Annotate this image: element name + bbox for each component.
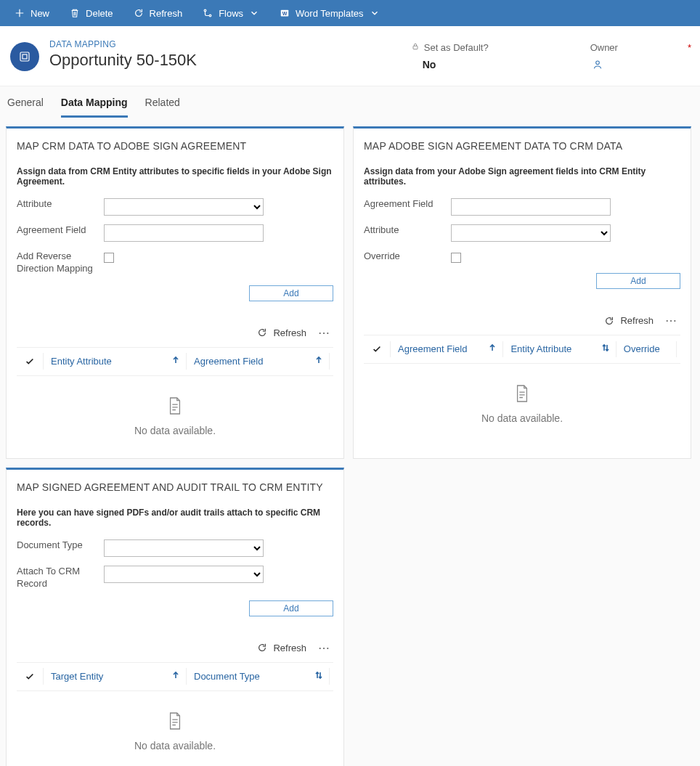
no-data: No data available.	[364, 364, 680, 431]
record-name: Opportunity 50-150K	[49, 51, 197, 70]
attach-to-label: Attach To CRM Record	[17, 566, 97, 590]
card-grid: MAP CRM DATA TO ADOBE SIGN AGREEMENT Ass…	[0, 118, 700, 766]
attach-to-select[interactable]	[104, 566, 264, 583]
attribute-label: Attribute	[364, 224, 444, 237]
add-reverse-label: Add Reverse Direction Mapping	[17, 250, 97, 275]
add-reverse-checkbox[interactable]	[104, 253, 114, 263]
svg-point-0	[204, 9, 206, 12]
grid-columns: Entity Attribute Agreement Field	[17, 347, 333, 376]
select-all-checkbox[interactable]	[364, 344, 390, 354]
override-label: Override	[364, 250, 444, 263]
required-marker: *	[688, 42, 691, 53]
card-attach: MAP SIGNED AGREEMENT AND AUDIT TRAIL TO …	[6, 468, 344, 766]
attribute-select[interactable]	[104, 198, 264, 216]
col-target-entity[interactable]: Target Entity	[43, 668, 186, 685]
tab-related[interactable]: Related	[145, 86, 180, 118]
refresh-icon	[257, 643, 267, 653]
sort-icon	[601, 343, 616, 354]
sort-icon	[314, 671, 329, 682]
sort-asc-icon	[171, 671, 186, 682]
no-data: No data available.	[17, 691, 333, 759]
refresh-icon	[257, 327, 267, 338]
agreement-field-input[interactable]	[451, 198, 611, 216]
new-label: New	[30, 8, 49, 19]
refresh-label: Refresh	[150, 8, 183, 19]
delete-button[interactable]: Delete	[61, 0, 122, 26]
owner-label: Owner *	[590, 42, 691, 53]
card-title: MAP CRM DATA TO ADOBE SIGN AGREEMENT	[17, 140, 333, 152]
card-sign-to-crm: MAP ADOBE SIGN AGREEMENT DATA TO CRM DAT…	[353, 126, 691, 459]
sort-asc-icon	[314, 356, 329, 367]
grid-more-button[interactable]: ⋯	[315, 326, 333, 340]
tab-bar: General Data Mapping Related	[0, 86, 700, 118]
override-checkbox[interactable]	[451, 253, 461, 263]
tab-data-mapping[interactable]: Data Mapping	[61, 86, 128, 118]
svg-point-7	[595, 61, 599, 65]
check-icon	[25, 672, 35, 682]
grid-refresh-button[interactable]: Refresh	[257, 643, 306, 653]
set-as-default-label: Set as Default?	[411, 42, 489, 53]
command-bar: New Delete Refresh Flows W Word Template…	[0, 0, 700, 26]
card-title: MAP SIGNED AGREEMENT AND AUDIT TRAIL TO …	[17, 481, 333, 493]
grid-more-button[interactable]: ⋯	[662, 314, 680, 327]
col-entity-attribute[interactable]: Entity Attribute	[43, 353, 186, 370]
record-header: DATA MAPPING Opportunity 50-150K Set as …	[0, 26, 700, 86]
add-button[interactable]: Add	[596, 273, 680, 289]
plus-icon	[15, 8, 25, 18]
owner-field[interactable]	[590, 53, 691, 73]
trash-icon	[70, 8, 80, 18]
agreement-field-input[interactable]	[104, 224, 264, 242]
agreement-field-label: Agreement Field	[364, 198, 444, 211]
check-icon	[372, 344, 382, 354]
svg-point-1	[209, 15, 211, 17]
word-templates-button[interactable]: W Word Templates	[271, 0, 388, 26]
grid-toolbar: Refresh ⋯	[364, 311, 680, 330]
svg-rect-6	[413, 46, 418, 49]
select-all-checkbox[interactable]	[17, 672, 43, 682]
entity-icon	[10, 42, 39, 71]
document-icon	[17, 396, 333, 417]
document-type-select[interactable]	[104, 539, 264, 557]
grid-refresh-button[interactable]: Refresh	[604, 315, 654, 326]
entity-type-label: DATA MAPPING	[49, 39, 197, 49]
col-document-type[interactable]: Document Type	[186, 668, 329, 685]
card-desc: Here you can have signed PDFs and/or aud…	[17, 508, 333, 528]
card-title: MAP ADOBE SIGN AGREEMENT DATA TO CRM DAT…	[364, 140, 680, 152]
col-entity-attribute[interactable]: Entity Attribute	[502, 341, 615, 358]
flows-button[interactable]: Flows	[194, 0, 268, 26]
person-icon	[592, 59, 603, 70]
no-data: No data available.	[17, 376, 333, 444]
select-all-checkbox[interactable]	[17, 356, 43, 367]
document-icon	[364, 384, 680, 405]
col-agreement-field[interactable]: Agreement Field	[186, 353, 329, 370]
lock-icon	[411, 42, 420, 53]
refresh-icon	[604, 316, 614, 326]
attribute-label: Attribute	[17, 198, 97, 211]
agreement-field-label: Agreement Field	[17, 224, 97, 237]
sort-asc-icon	[171, 356, 186, 367]
word-icon: W	[280, 8, 290, 18]
grid-refresh-button[interactable]: Refresh	[257, 327, 306, 338]
add-button[interactable]: Add	[249, 600, 333, 616]
svg-rect-5	[23, 54, 27, 59]
document-icon	[17, 712, 333, 733]
card-desc: Assign data from your Adobe Sign agreeme…	[364, 166, 680, 187]
add-button[interactable]: Add	[249, 285, 333, 301]
document-type-label: Document Type	[17, 539, 97, 552]
refresh-button[interactable]: Refresh	[125, 0, 192, 26]
check-icon	[25, 356, 35, 367]
card-crm-to-sign: MAP CRM DATA TO ADOBE SIGN AGREEMENT Ass…	[6, 126, 344, 459]
tab-general[interactable]: General	[7, 86, 44, 118]
col-agreement-field[interactable]: Agreement Field	[390, 341, 502, 358]
flows-label: Flows	[219, 8, 243, 19]
svg-rect-4	[20, 52, 29, 61]
col-override[interactable]: Override	[616, 341, 676, 358]
grid-more-button[interactable]: ⋯	[315, 641, 333, 655]
sort-asc-icon	[488, 343, 502, 354]
word-templates-label: Word Templates	[296, 8, 363, 19]
new-button[interactable]: New	[6, 0, 58, 26]
flow-icon	[203, 8, 213, 18]
grid-columns: Agreement Field Entity Attribute Overrid…	[364, 335, 680, 364]
set-as-default-value[interactable]: No	[411, 53, 489, 70]
attribute-select[interactable]	[451, 224, 611, 242]
